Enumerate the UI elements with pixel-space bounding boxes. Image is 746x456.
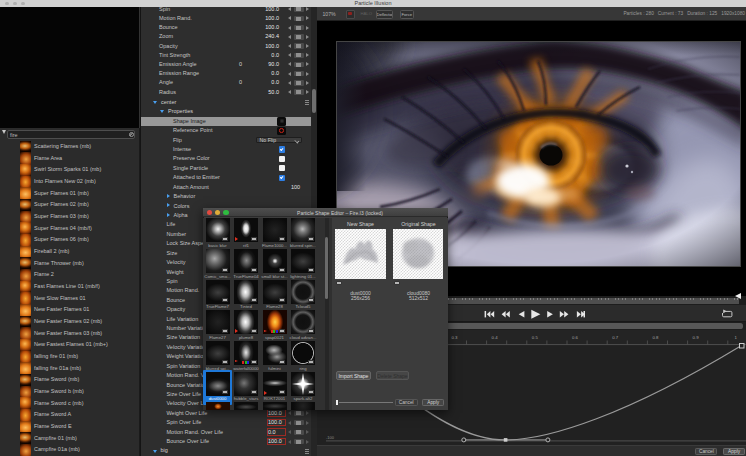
- svg-text:-100: -100: [326, 435, 335, 440]
